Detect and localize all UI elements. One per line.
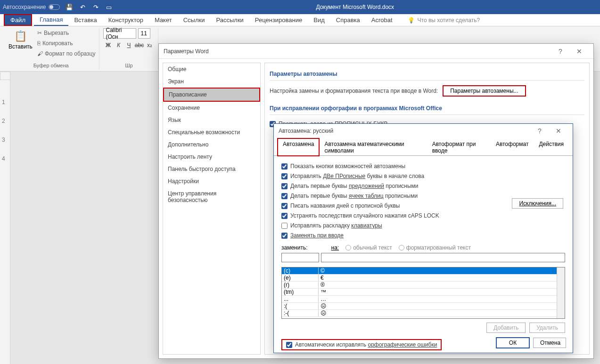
section-spelling-office: При исправлении орфографии в программах … [270,102,584,115]
dialog-title: Параметры Word [164,48,209,55]
help-button[interactable]: ? [551,45,570,58]
undo-icon[interactable]: ↶ [79,3,86,11]
scissors-icon: ✂ [37,30,42,36]
sidebar-item-customize-ribbon[interactable]: Настроить ленту [163,151,260,163]
tab-help[interactable]: Справка [330,14,366,26]
checkbox-capitalize-sentences[interactable]: Делать первые буквы предложений прописны… [281,182,565,190]
sidebar-item-addins[interactable]: Надстройки [163,175,260,187]
cancel-button[interactable]: Отмена [533,338,566,348]
checkbox-capslock[interactable]: Устранять последствия случайного нажатия… [281,211,565,220]
format-painter-button[interactable]: 🖌Формат по образцу [37,49,96,58]
sidebar-item-general[interactable]: Общие [163,63,260,75]
paste-button[interactable]: 📋 Вставить [7,28,34,58]
sidebar-item-qat[interactable]: Панель быстрого доступа [163,163,260,175]
radio-plain-text[interactable]: обычный текст [345,244,392,251]
tab-autoformat[interactable]: Автоформат [491,138,534,156]
tab-design[interactable]: Конструктор [103,14,149,26]
tab-acrobat[interactable]: Acrobat [366,14,398,26]
tab-view[interactable]: Вид [308,14,330,26]
sidebar-item-advanced[interactable]: Дополнительно [163,138,260,151]
titlebar: Автосохранение 💾 ↶ ↷ ▭ Документ Microsof… [0,0,600,14]
tab-layout[interactable]: Макет [149,14,178,26]
tab-references[interactable]: Ссылки [178,14,211,26]
sidebar-item-trust[interactable]: Центр управления безопасностью [163,187,260,206]
checkbox-show-buttons[interactable]: Показать кнопки возможностей автозамены [281,162,565,170]
checkbox-keyboard-layout[interactable]: Исправлять раскладку клавиатуры [281,221,565,230]
with-input[interactable] [321,253,565,262]
tab-actions[interactable]: Действия [534,138,569,156]
exceptions-button[interactable]: Исключения... [512,198,563,209]
section-autocorrect-params: Параметры автозамены [270,68,584,81]
checkbox-replace-text[interactable]: Заменять при вводе [281,231,565,240]
tab-math-autocorrect[interactable]: Автозамена математическими символами [319,138,427,156]
tab-review[interactable]: Рецензирование [249,14,308,26]
copy-icon: ⎘ [37,40,41,47]
autocorrect-dialog: Автозамена: русский ? ✕ Автозамена Автоз… [273,123,573,353]
sidebar-item-language[interactable]: Язык [163,114,260,126]
replace-input[interactable] [281,253,319,262]
tab-mailings[interactable]: Рассылки [210,14,249,26]
autocorrect-options-button[interactable]: Параметры автозамены... [443,85,526,97]
font-size-combo[interactable]: 11 [138,28,150,39]
autocorrect-table[interactable]: (c)© (e)€ (r)® (tm)™ ...… :(☹ :-(☹ [281,267,565,319]
vertical-ruler: 1 2 3 4 [0,80,10,364]
add-button[interactable]: Добавить [486,323,526,333]
underline-button[interactable]: Ч [124,40,133,50]
help-button[interactable]: ? [530,124,549,138]
table-row: (e)€ [282,275,565,282]
table-row: (r)® [282,282,565,289]
table-row: :-(☹ [282,310,565,317]
close-button[interactable]: ✕ [570,45,589,58]
radio-formatted-text[interactable]: форматированный текст [399,244,471,251]
clipboard-group-label: Буфер обмена [7,63,95,69]
tab-file[interactable]: Файл [4,14,32,26]
sidebar-item-save[interactable]: Сохранение [163,102,260,114]
font-group-label: Шр [103,63,154,69]
autocorrect-title: Автозамена: русский [279,128,333,134]
tab-home[interactable]: Главная [34,14,68,26]
table-row: ...… [282,296,565,303]
brush-icon: 🖌 [37,50,43,57]
scrollbar[interactable] [557,267,565,318]
autocorrect-setting-text: Настройка замены и форматирования текста… [270,88,438,94]
tab-autoformat-typing[interactable]: Автоформат при вводе [427,138,491,156]
with-label: на: [331,244,339,251]
touch-mode-icon[interactable]: ▭ [105,3,113,11]
ribbon-tabs: Файл Главная Вставка Конструктор Макет С… [0,14,600,26]
subscript-button[interactable]: x₂ [145,40,154,50]
replace-label: заменить: [281,244,308,251]
checkbox-two-caps[interactable]: Исправлять ДВе ПРописные буквы в начале … [281,172,565,180]
tell-me-search[interactable]: 💡 Что вы хотите сделать? [408,17,480,24]
table-row: (c)© [282,267,565,275]
font-name-combo[interactable]: Calibri (Осн [103,28,136,39]
document-title: Документ Microsoft Word.docx [113,4,597,10]
italic-button[interactable]: К [114,40,123,50]
redo-icon[interactable]: ↷ [92,3,99,11]
tab-autocorrect[interactable]: Автозамена [278,138,319,156]
checkbox-auto-spelling[interactable]: Автоматически исправлять орфографические… [281,339,442,350]
cut-button[interactable]: ✂Вырезать [37,28,96,38]
sidebar-item-proofing[interactable]: Правописание [163,88,260,102]
ok-button[interactable]: ОК [496,338,529,348]
table-row: :(☹ [282,303,565,310]
delete-button[interactable]: Удалить [529,323,565,333]
sidebar-item-display[interactable]: Экран [163,75,260,88]
sidebar-item-ease[interactable]: Специальные возможности [163,126,260,138]
strike-button[interactable]: abc [134,40,144,50]
options-sidebar: Общие Экран Правописание Сохранение Язык… [163,63,261,355]
tab-insert[interactable]: Вставка [68,14,102,26]
save-icon[interactable]: 💾 [66,3,73,11]
table-row: (tm)™ [282,289,565,296]
clipboard-icon: 📋 [14,30,27,42]
close-button[interactable]: ✕ [549,124,568,138]
ruler-corner [0,72,10,80]
copy-button[interactable]: ⎘Копировать [37,39,96,48]
autosave-toggle[interactable]: Автосохранение [3,4,60,10]
lightbulb-icon: 💡 [408,17,415,24]
bold-button[interactable]: Ж [103,40,113,50]
